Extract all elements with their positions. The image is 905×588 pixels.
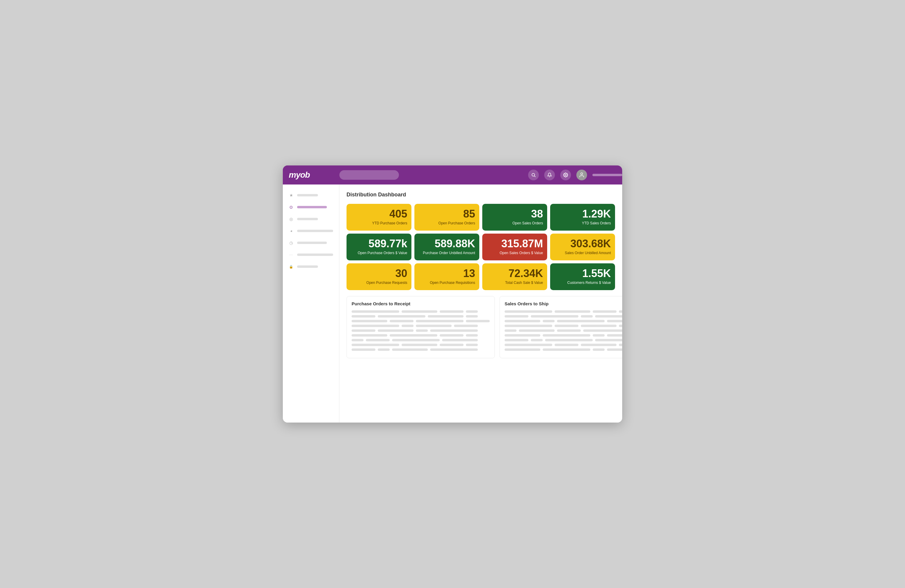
kpi-number: 1.29K [582,209,611,219]
sidebar-item-more[interactable]: ··· [283,249,339,261]
skeleton-row [352,311,490,313]
settings-icon[interactable] [560,170,571,180]
skeleton-bar [595,315,622,317]
skeleton-row [352,320,490,322]
kpi-row-2: 589.77k Open Purchase Orders $ Value 589… [346,234,615,260]
skeleton-bar [555,344,578,346]
skeleton-row [352,334,490,336]
skeleton-bar [505,330,516,332]
star-icon: ★ [289,193,294,198]
skeleton-bar [543,320,555,322]
skeleton-bar [440,334,464,336]
search-bar[interactable] [339,170,399,180]
header-icons [528,170,622,180]
page-title: Distribution Dashboard [346,192,615,198]
kpi-open-so-value[interactable]: 315.87M Open Sales Orders $ Value [482,234,547,260]
kpi-number: 315.87M [501,238,543,249]
sidebar-item-megaphone[interactable]: ◂ [283,225,339,237]
skeleton-bar [543,349,590,351]
main-content: Distribution Dashboard 405 YTD Purchase … [339,184,622,423]
kpi-label: Open Purchase Requisitions [430,281,475,285]
kpi-label: Total Cash Sale $ Value [505,281,543,285]
skeleton-bar [505,334,540,336]
kpi-cash-sale-value[interactable]: 72.34K Total Cash Sale $ Value [482,263,547,290]
avatar[interactable] [576,170,587,180]
skeleton-bar [581,315,593,317]
kpi-label: YTD Sales Orders [582,221,611,226]
skeleton-bar [466,334,478,336]
kpi-number: 589.88K [435,238,475,249]
skeleton-row [505,320,622,322]
sidebar-item-dollar[interactable]: ◎ [283,213,339,225]
skeleton-bar [557,330,581,332]
sidebar-item-alarm[interactable]: ◷ [283,237,339,249]
kpi-label: Customers Returns $ Value [567,281,611,285]
skeleton-bar [402,311,437,313]
sidebar-label [297,206,327,208]
skeleton-bar [390,334,437,336]
svg-line-1 [534,176,535,177]
skeleton-row [352,339,490,341]
search-icon[interactable] [528,170,539,180]
skeleton-bar [366,339,390,341]
panel-title: Sales Orders to Ship [505,301,622,306]
skeleton-bar [581,344,616,346]
skeleton-bar [378,315,426,317]
kpi-number: 85 [463,209,475,219]
skeleton-bar [442,339,478,341]
bell-icon[interactable] [544,170,555,180]
skeleton-bar [352,330,375,332]
skeleton-bar [352,334,387,336]
skeleton-bar [505,320,540,322]
sidebar-label [297,230,333,232]
skeleton-bar [392,349,428,351]
skeleton-bar [378,349,390,351]
skeleton-row [505,330,622,332]
skeleton-bar [505,339,529,341]
skeleton-bar [430,330,478,332]
skeleton-bar [607,334,622,336]
skeleton-bar [545,339,593,341]
kpi-so-unbilled[interactable]: 303.68K Sales Order Unbilled Amount [550,234,615,260]
kpi-open-sales-orders[interactable]: 38 Open Sales Orders [482,204,547,231]
panel-sales-orders: Sales Orders to Ship [500,296,622,358]
skeleton-bar [619,344,622,346]
kpi-open-purchase-requests[interactable]: 30 Open Purchase Requests [346,263,411,290]
panel-title: Purchase Orders to Receipt [352,301,490,306]
skeleton-bar [519,330,555,332]
skeleton-row [352,349,490,351]
skeleton-bar [428,315,464,317]
sidebar-item-favorites[interactable]: ★ [283,189,339,201]
kpi-open-purchase-requisitions[interactable]: 13 Open Purchase Requisitions [414,263,479,290]
skeleton-row [352,330,490,332]
kpi-number: 1.55K [582,268,611,279]
kpi-po-unbilled[interactable]: 589.88K Purchase Order Unbilled Amount [414,234,479,260]
sidebar-item-recent[interactable]: ⊙ [283,201,339,213]
kpi-open-po-value[interactable]: 589.77k Open Purchase Orders $ Value [346,234,411,260]
skeleton-bar [352,325,399,327]
sidebar-item-lock[interactable]: 🔒 [283,261,339,273]
kpi-ytd-purchase-orders[interactable]: 405 YTD Purchase Orders [346,204,411,231]
skeleton-bar [555,325,578,327]
skeleton-row [505,349,622,351]
kpi-customer-returns[interactable]: 1.55K Customers Returns $ Value [550,263,615,290]
skeleton-bar [352,339,364,341]
more-icon: ··· [289,252,294,257]
kpi-number: 13 [463,268,475,279]
kpi-ytd-sales-orders[interactable]: 1.29K YTD Sales Orders [550,204,615,231]
skeleton-bar [352,311,399,313]
skeleton-bar [352,320,387,322]
svg-point-2 [565,174,566,176]
sidebar-label [297,218,318,220]
skeleton-bar [352,349,375,351]
app-window: myob [283,165,622,423]
skeleton-bar [378,330,413,332]
skeleton-row [505,325,622,327]
kpi-open-purchase-orders[interactable]: 85 Open Purchase Orders [414,204,479,231]
kpi-label: Sales Order Unbilled Amount [565,251,611,256]
user-name-bar [592,174,622,176]
kpi-number: 405 [389,209,407,219]
sidebar: ★ ⊙ ◎ ◂ ◷ ··· [283,184,339,423]
kpi-label: Open Purchase Orders $ Value [357,251,407,256]
svg-point-3 [581,173,583,175]
